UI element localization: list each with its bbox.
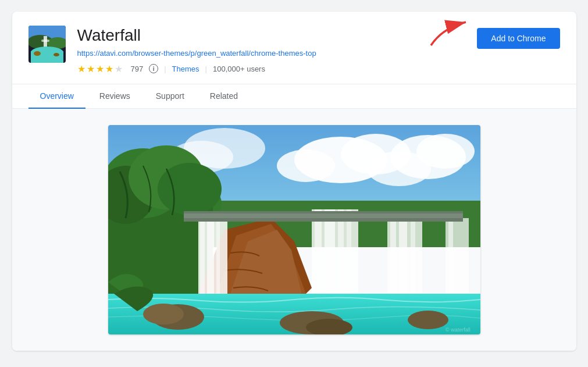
category-link[interactable]: Themes — [172, 65, 199, 73]
star-4: ★ — [105, 63, 113, 74]
svg-rect-42 — [390, 215, 396, 305]
svg-rect-39 — [338, 209, 344, 308]
add-to-chrome-button[interactable]: Add to Chrome — [477, 28, 560, 49]
header-section: Waterfall https://atavi.com/browser-them… — [12, 12, 576, 84]
tab-support[interactable]: Support — [144, 84, 196, 109]
page-container: Waterfall https://atavi.com/browser-them… — [0, 0, 588, 367]
svg-rect-44 — [411, 215, 415, 305]
svg-point-17 — [416, 134, 475, 169]
tab-reviews[interactable]: Reviews — [88, 84, 142, 109]
svg-point-8 — [34, 51, 41, 56]
tab-overview[interactable]: Overview — [28, 84, 85, 109]
svg-rect-37 — [315, 209, 322, 308]
svg-rect-38 — [325, 209, 335, 308]
svg-rect-40 — [347, 209, 351, 308]
preview-image-container: © waterfall — [108, 125, 480, 334]
svg-rect-46 — [448, 218, 453, 302]
waterfall-image: © waterfall — [108, 125, 480, 334]
svg-rect-5 — [41, 40, 49, 42]
svg-point-9 — [54, 53, 59, 56]
svg-point-14 — [277, 149, 335, 182]
svg-point-58 — [408, 311, 448, 329]
svg-point-55 — [143, 304, 184, 325]
extension-url[interactable]: https://atavi.com/browser-themes/p/green… — [77, 49, 560, 58]
tabs-section: Overview Reviews Support Related — [12, 84, 576, 109]
content-section: © waterfall — [12, 109, 576, 351]
separator-1: | — [164, 65, 166, 73]
meta-row: ★ ★ ★ ★ ★ 797 i | Themes | 100,000+ user… — [77, 63, 560, 74]
star-5: ★ — [115, 63, 123, 74]
svg-text:© waterfall: © waterfall — [446, 327, 471, 333]
rating-count: 797 — [131, 65, 144, 73]
extension-icon — [28, 26, 66, 63]
svg-rect-48 — [184, 213, 463, 218]
info-icon[interactable]: i — [149, 64, 158, 73]
star-3: ★ — [96, 63, 104, 74]
star-2: ★ — [87, 63, 95, 74]
extension-card: Waterfall https://atavi.com/browser-them… — [12, 12, 576, 351]
separator-2: | — [205, 65, 207, 73]
star-1: ★ — [77, 63, 85, 74]
user-count: 100,000+ users — [213, 65, 265, 73]
svg-rect-43 — [399, 215, 407, 305]
star-rating: ★ ★ ★ ★ ★ — [77, 63, 123, 74]
tab-related[interactable]: Related — [198, 84, 250, 109]
